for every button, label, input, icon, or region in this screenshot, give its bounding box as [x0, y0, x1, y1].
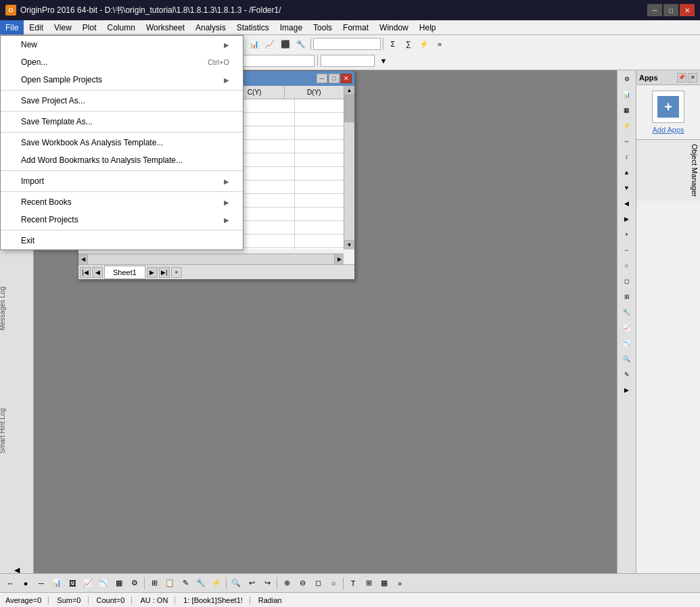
scroll-up-btn[interactable]: ▲	[344, 86, 354, 95]
bt-btn2[interactable]: ●	[18, 576, 33, 591]
scroll-left-btn[interactable]: ◀	[78, 254, 88, 264]
menu-statistics[interactable]: Statistics	[231, 20, 275, 34]
bt-btn16[interactable]: ↩	[244, 576, 259, 591]
rs-btn11[interactable]: +	[619, 227, 635, 242]
menu-help[interactable]: Help	[414, 20, 442, 34]
menu-format[interactable]: Format	[337, 20, 374, 34]
bt-btn5[interactable]: 🖼	[65, 576, 80, 591]
sheet1-tab[interactable]: Sheet1	[104, 266, 145, 279]
rs-btn16[interactable]: 🔧	[619, 305, 635, 320]
rs-btn1[interactable]: ⚙	[619, 72, 635, 87]
rs-btn6[interactable]: ↕	[619, 149, 635, 164]
rs-btn20[interactable]: ✎	[619, 367, 635, 382]
menu-item-recent-books[interactable]: Recent Books ▶	[1, 193, 243, 211]
tb-btn7[interactable]: 📊	[247, 37, 262, 51]
menu-item-save-project-as[interactable]: Save Project As...	[1, 92, 243, 110]
bt-btn8[interactable]: ▦	[112, 576, 126, 591]
menu-item-recent-projects[interactable]: Recent Projects ▶	[1, 211, 243, 228]
menu-file[interactable]: File	[0, 20, 24, 34]
tb-btn9[interactable]: ⬛	[278, 37, 293, 51]
menu-plot[interactable]: Plot	[77, 20, 102, 34]
bt-btn22[interactable]: T	[346, 576, 360, 591]
menu-item-open-sample[interactable]: Open Sample Projects ▶	[1, 71, 243, 89]
rs-btn17[interactable]: 📈	[619, 320, 635, 335]
menu-item-save-workbook[interactable]: Save Workbook As Analysis Template...	[1, 134, 243, 151]
menu-view[interactable]: View	[49, 20, 77, 34]
tb-btn10[interactable]: 🔧	[294, 37, 308, 51]
bt-btn15[interactable]: 🔍	[229, 576, 243, 591]
rs-btn9[interactable]: ◀	[619, 196, 635, 211]
rs-btn3[interactable]: ▦	[619, 103, 635, 118]
bt-btn19[interactable]: ⊖	[295, 576, 310, 591]
rs-btn19[interactable]: 🔍	[619, 351, 635, 366]
tab-nav-prev[interactable]: ◀	[92, 267, 103, 278]
minimize-button[interactable]: ─	[647, 4, 662, 16]
bt-btn20[interactable]: ◻	[310, 576, 325, 591]
bt-btn18[interactable]: ⊕	[279, 576, 294, 591]
menu-item-add-word[interactable]: Add Word Bookmarks to Analysis Template.…	[1, 151, 243, 169]
bt-btn17[interactable]: ↪	[260, 576, 275, 591]
menu-tools[interactable]: Tools	[308, 20, 337, 34]
apps-close[interactable]: ✕	[688, 73, 697, 82]
ws-maximize[interactable]: □	[329, 74, 340, 83]
object-manager-tab[interactable]: Object Manager	[636, 139, 700, 201]
rs-btn7[interactable]: ▲	[619, 165, 635, 180]
menu-column[interactable]: Column	[102, 20, 141, 34]
rs-btn8[interactable]: ▼	[619, 180, 635, 195]
tab-nav-next[interactable]: ▶	[147, 267, 158, 278]
menu-analysis[interactable]: Analysis	[190, 20, 231, 34]
bt-btn11[interactable]: 📋	[162, 576, 177, 591]
rs-btn15[interactable]: ⊞	[619, 289, 635, 304]
scroll-right-btn[interactable]: ▶	[334, 254, 344, 264]
bt-btn13[interactable]: 🔧	[193, 576, 208, 591]
maximize-button[interactable]: □	[663, 4, 678, 16]
tab-nav-first[interactable]: |◀	[80, 267, 91, 278]
bt-btn1[interactable]: ↔	[3, 576, 18, 591]
scroll-thumb[interactable]	[344, 95, 354, 122]
apps-pin[interactable]: 📌	[677, 73, 686, 82]
menu-worksheet[interactable]: Worksheet	[141, 20, 190, 34]
menu-item-save-template-as[interactable]: Save Template As...	[1, 113, 243, 130]
rs-btn18[interactable]: 📉	[619, 336, 635, 351]
tb-btn11[interactable]: Σ	[386, 37, 400, 51]
bt-btn9[interactable]: ⚙	[127, 576, 142, 591]
menu-window[interactable]: Window	[374, 20, 414, 34]
rs-btn2[interactable]: 📊	[619, 87, 635, 102]
menu-item-import[interactable]: Import ▶	[1, 172, 243, 190]
rs-btn13[interactable]: ○	[619, 258, 635, 273]
more-btn[interactable]: »	[432, 37, 447, 51]
menu-item-new[interactable]: New ▶	[1, 36, 243, 53]
add-apps-box[interactable]: +	[652, 91, 684, 123]
scroll-down-btn[interactable]: ▼	[344, 240, 354, 249]
bt-btn10[interactable]: ⊞	[147, 576, 162, 591]
h-scrollbar[interactable]: ◀ ▶	[78, 253, 344, 264]
menu-item-exit[interactable]: Exit	[1, 232, 243, 249]
bt-btn12[interactable]: ✎	[178, 576, 193, 591]
bt-btn7[interactable]: 📉	[96, 576, 111, 591]
ws-minimize[interactable]: ─	[317, 74, 327, 83]
tb-btn13[interactable]: ⚡	[417, 37, 431, 51]
bt-btn24[interactable]: ▦	[377, 576, 392, 591]
bt-btn6[interactable]: 📈	[80, 576, 95, 591]
ws-close[interactable]: ✕	[341, 74, 352, 83]
col-drop[interactable]: ▼	[376, 53, 391, 68]
col-input[interactable]	[321, 55, 375, 67]
col-d[interactable]: D(Y)	[285, 86, 344, 99]
tb-btn8[interactable]: 📈	[262, 37, 277, 51]
bt-btn23[interactable]: ⊞	[361, 576, 376, 591]
bt-btn3[interactable]: ─	[34, 576, 49, 591]
rs-btn12[interactable]: −	[619, 243, 635, 258]
bt-btn14[interactable]: ⚡	[209, 576, 224, 591]
bt-btn21[interactable]: ○	[326, 576, 341, 591]
add-apps-label[interactable]: Add Apps	[652, 126, 684, 134]
tab-nav-last[interactable]: ▶|	[159, 267, 170, 278]
rs-btn5[interactable]: ↔	[619, 134, 635, 149]
rs-btn4[interactable]: ⚡	[619, 118, 635, 133]
name-input[interactable]	[313, 38, 381, 50]
collapse-right[interactable]: ▶	[619, 383, 635, 397]
rs-btn10[interactable]: ▶	[619, 212, 635, 226]
menu-edit[interactable]: Edit	[24, 20, 49, 34]
tb-btn12[interactable]: ∑	[401, 37, 416, 51]
menu-image[interactable]: Image	[275, 20, 308, 34]
close-button[interactable]: ✕	[680, 4, 695, 16]
